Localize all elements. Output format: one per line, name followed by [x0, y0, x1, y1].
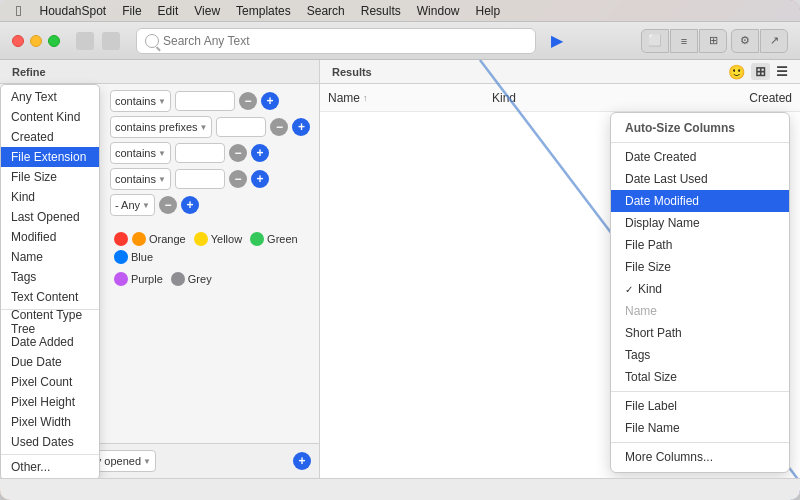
sidebar-item-tags[interactable]: Tags — [1, 267, 99, 287]
list-icon[interactable]: ☰ — [776, 64, 788, 79]
tag-grey[interactable]: Grey — [171, 272, 216, 286]
menu-results[interactable]: Results — [353, 0, 409, 22]
view-toggle-group: ⬜ ≡ ⊞ — [641, 29, 727, 53]
add-criteria-2[interactable]: + — [292, 118, 310, 136]
criteria-area: contains ▼ − + contains prefixes ▼ − + — [102, 84, 319, 443]
col-item-name[interactable]: Name — [611, 300, 789, 322]
play-button[interactable]: ▶ — [544, 28, 570, 54]
criteria-select-contains-3[interactable]: contains ▼ — [110, 142, 171, 164]
tag-red[interactable] — [114, 232, 128, 246]
sidebar-item-file-size[interactable]: File Size — [1, 167, 99, 187]
minimize-button[interactable] — [30, 35, 42, 47]
col-item-auto-size[interactable]: Auto-Size Columns — [611, 117, 789, 139]
search-bar[interactable] — [136, 28, 536, 54]
sidebar-item-due-date[interactable]: Due Date — [1, 352, 99, 372]
sidebar-item-other[interactable]: Other... — [1, 457, 99, 477]
close-button[interactable] — [12, 35, 24, 47]
menu-templates[interactable]: Templates — [228, 0, 299, 22]
menu-search[interactable]: Search — [299, 0, 353, 22]
remove-criteria-4[interactable]: − — [229, 170, 247, 188]
menubar:  HoudahSpot File Edit View Templates Se… — [0, 0, 800, 22]
export-button[interactable]: ↗ — [760, 29, 788, 53]
arrow-icon-4: ▼ — [158, 175, 166, 184]
menu-view[interactable]: View — [186, 0, 228, 22]
remove-criteria-5[interactable]: − — [159, 196, 177, 214]
maximize-button[interactable] — [48, 35, 60, 47]
tag-green[interactable]: Green — [250, 232, 302, 246]
tag-dot-orange — [132, 232, 146, 246]
criteria-select-contains-4[interactable]: contains ▼ — [110, 168, 171, 190]
tag-blue[interactable]: Blue — [114, 250, 157, 264]
col-item-more-columns[interactable]: More Columns... — [611, 446, 789, 468]
arrow-icon-3: ▼ — [158, 149, 166, 158]
kind-column-header[interactable]: Kind — [492, 91, 516, 105]
col-item-date-created[interactable]: Date Created — [611, 146, 789, 168]
sidebar-item-content-type[interactable]: Content Type Tree — [1, 312, 99, 332]
created-column-header[interactable]: Created — [749, 91, 792, 105]
remove-criteria-3[interactable]: − — [229, 144, 247, 162]
name-sort-arrow: ↑ — [363, 93, 368, 103]
apple-menu[interactable]:  — [8, 0, 29, 22]
col-item-file-name[interactable]: File Name — [611, 417, 789, 439]
tag-purple[interactable]: Purple — [114, 272, 167, 286]
criteria-select-contains-prefixes[interactable]: contains prefixes ▼ — [110, 116, 212, 138]
col-item-display-name[interactable]: Display Name — [611, 212, 789, 234]
sidebar-item-used-dates[interactable]: Used Dates — [1, 432, 99, 452]
search-input[interactable] — [163, 34, 527, 48]
share-button[interactable]: ⚙ — [731, 29, 759, 53]
menu-edit[interactable]: Edit — [150, 0, 187, 22]
remove-criteria-1[interactable]: − — [239, 92, 257, 110]
add-criteria-5[interactable]: + — [181, 196, 199, 214]
sidebar-item-created[interactable]: Created — [1, 127, 99, 147]
menu-help[interactable]: Help — [467, 0, 508, 22]
sidebar-item-pixel-width[interactable]: Pixel Width — [1, 412, 99, 432]
criteria-select-any[interactable]: - Any ▼ — [110, 194, 155, 216]
menu-houdahspot[interactable]: HoudahSpot — [31, 0, 114, 22]
sidebar-item-file-extension[interactable]: File Extension — [1, 147, 99, 167]
add-criteria-3[interactable]: + — [251, 144, 269, 162]
sidebar-item-any-text[interactable]: Any Text — [1, 87, 99, 107]
sidebar-item-pixel-count[interactable]: Pixel Count — [1, 372, 99, 392]
tag-yellow[interactable]: Yellow — [194, 232, 246, 246]
sidebar-item-pixel-height[interactable]: Pixel Height — [1, 392, 99, 412]
column-dropdown: Auto-Size Columns Date Created Date Last… — [610, 112, 790, 473]
col-item-short-path[interactable]: Short Path — [611, 322, 789, 344]
col-item-tags[interactable]: Tags — [611, 344, 789, 366]
criteria-row-3: contains ▼ − + — [106, 142, 315, 164]
menu-file[interactable]: File — [114, 0, 149, 22]
add-criteria-1[interactable]: + — [261, 92, 279, 110]
col-item-total-size[interactable]: Total Size — [611, 366, 789, 388]
grid-icon[interactable]: ⊞ — [751, 63, 770, 80]
sidebar-item-content-kind[interactable]: Content Kind — [1, 107, 99, 127]
tag-dot-grey — [171, 272, 185, 286]
emoji-icon[interactable]: 🙂 — [728, 64, 745, 80]
grid-view-button[interactable]: ⊞ — [699, 29, 727, 53]
col-item-date-last-used[interactable]: Date Last Used — [611, 168, 789, 190]
add-filter-button[interactable]: + — [293, 452, 311, 470]
criteria-value-4[interactable] — [175, 169, 225, 189]
col-item-date-modified[interactable]: Date Modified — [611, 190, 789, 212]
criteria-value-2[interactable] — [216, 117, 266, 137]
columns-view-button[interactable]: ⬜ — [641, 29, 669, 53]
criteria-value-3[interactable] — [175, 143, 225, 163]
col-item-file-path[interactable]: File Path — [611, 234, 789, 256]
sidebar-item-last-opened[interactable]: Last Opened — [1, 207, 99, 227]
col-item-kind[interactable]: Kind — [611, 278, 789, 300]
criteria-value-1[interactable] — [175, 91, 235, 111]
add-criteria-4[interactable]: + — [251, 170, 269, 188]
tab-button[interactable] — [102, 32, 120, 50]
tag-orange[interactable]: Orange — [132, 232, 190, 246]
menu-window[interactable]: Window — [409, 0, 468, 22]
sidebar-item-kind[interactable]: Kind — [1, 187, 99, 207]
sidebar-item-name[interactable]: Name — [1, 247, 99, 267]
arrow-icon-2: ▼ — [200, 123, 208, 132]
list-view-button[interactable]: ≡ — [670, 29, 698, 53]
col-item-file-size[interactable]: File Size — [611, 256, 789, 278]
tag-dot-green — [250, 232, 264, 246]
sidebar-item-text-content[interactable]: Text Content — [1, 287, 99, 307]
name-column-header[interactable]: Name ↑ — [328, 91, 488, 105]
criteria-select-contains-1[interactable]: contains ▼ — [110, 90, 171, 112]
col-item-file-label[interactable]: File Label — [611, 395, 789, 417]
remove-criteria-2[interactable]: − — [270, 118, 288, 136]
sidebar-item-modified[interactable]: Modified — [1, 227, 99, 247]
